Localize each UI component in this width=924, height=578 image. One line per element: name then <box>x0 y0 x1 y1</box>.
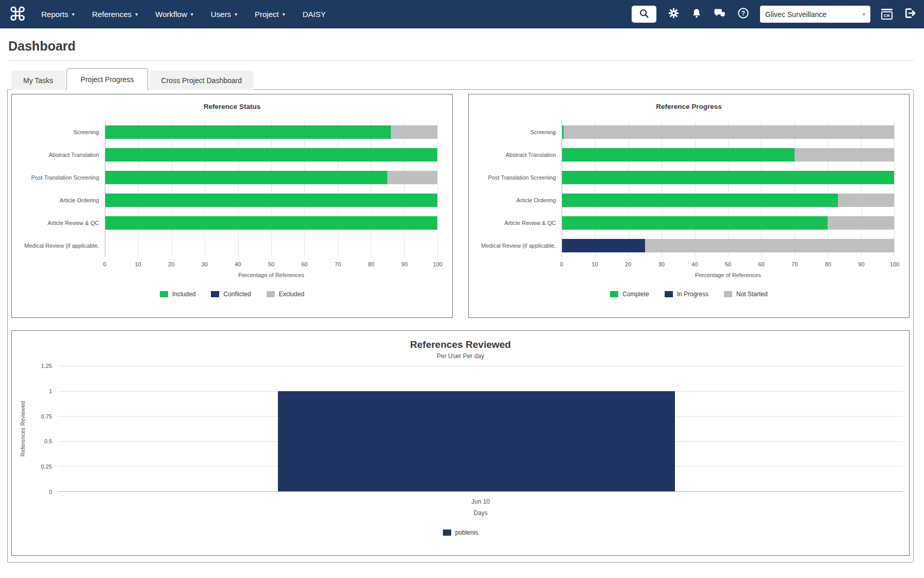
legend-item-in-progress[interactable]: In Progress <box>665 291 708 298</box>
bar-segment-included[interactable] <box>105 171 387 184</box>
bar-segment-excluded[interactable] <box>391 125 437 139</box>
bar-segment-complete[interactable] <box>562 148 795 162</box>
hbar-grid: ScreeningAbstract TranslationPost Transl… <box>473 121 895 257</box>
x-tick-label: 100 <box>433 261 442 267</box>
settings-button[interactable] <box>667 8 680 21</box>
references-reviewed-chart-card: References Reviewed Per User Per day Ref… <box>11 330 910 556</box>
menu-item-label: Reports <box>41 10 69 19</box>
x-axis-row: 0102030405060708090100 <box>16 257 438 269</box>
bar-row <box>562 143 894 166</box>
tab-project-progress[interactable]: Project Progress <box>67 68 147 90</box>
bar-segment-complete[interactable] <box>562 171 894 184</box>
app-logo-icon[interactable]: ⌘ <box>8 5 27 24</box>
x-tick-label: 50 <box>268 261 274 267</box>
menu-item-references[interactable]: References▾ <box>92 10 138 19</box>
tab-content-panel: Reference Status ScreeningAbstract Trans… <box>7 89 914 563</box>
project-selector-value: Glivec Surveillance <box>765 10 827 19</box>
legend-label: In Progress <box>677 291 708 298</box>
legend-swatch <box>160 291 168 297</box>
notifications-button[interactable] <box>690 8 703 21</box>
bar-row <box>105 166 437 189</box>
menu-item-daisy[interactable]: DAISY <box>303 10 326 19</box>
hbar-grid: ScreeningAbstract TranslationPost Transl… <box>16 121 438 257</box>
bar-row <box>105 121 437 143</box>
category-label: Medical Review (if applicable, <box>473 234 562 257</box>
bar-segment-not-started[interactable] <box>645 239 894 252</box>
legend-label: Excluded <box>279 291 304 298</box>
category-label: Screening <box>473 121 562 143</box>
bar-row <box>562 189 894 212</box>
x-tick-label: Jun 10 <box>58 494 903 505</box>
bar-segment-included[interactable] <box>105 194 437 207</box>
navbar-right: ? Glivec Surveillance ▾ CR <box>632 6 916 23</box>
bar-segment-in-progress[interactable] <box>562 239 645 252</box>
legend-item-complete[interactable]: Complete <box>610 291 649 298</box>
tab-my-tasks[interactable]: My Tasks <box>11 71 65 90</box>
search-button[interactable] <box>632 6 656 23</box>
x-axis-title: Days <box>58 507 903 517</box>
gear-icon <box>668 7 680 21</box>
chevron-down-icon: ▾ <box>235 11 237 17</box>
help-button[interactable]: ? <box>737 8 749 21</box>
bar-row <box>562 121 894 143</box>
x-axis-title-row: Percentage of References <box>16 269 438 278</box>
menu-item-reports[interactable]: Reports▾ <box>41 10 75 19</box>
legend-item-excluded[interactable]: Excluded <box>267 291 304 298</box>
chart-subtitle: Per User Per day <box>12 352 909 360</box>
stacked-bar <box>562 194 894 207</box>
vbar-grid: References Reviewed00.250.50.7511.25 <box>16 366 903 492</box>
menu-item-workflow[interactable]: Workflow▾ <box>155 10 193 19</box>
help-icon: ? <box>737 7 749 21</box>
y-tick-label: 0.5 <box>44 438 52 444</box>
project-selector[interactable]: Glivec Surveillance ▾ <box>760 6 870 23</box>
y-tick-label: 0.75 <box>41 413 52 420</box>
stacked-bar <box>562 125 894 139</box>
chart-title: Reference Progress <box>469 103 909 110</box>
bar-segment-included[interactable] <box>105 125 391 139</box>
legend-label: Included <box>172 291 195 298</box>
bar-segment-excluded[interactable] <box>387 171 437 184</box>
stacked-bar <box>105 194 437 207</box>
bar-segment-not-started[interactable] <box>828 216 894 230</box>
bar-row <box>105 143 437 166</box>
legend-item-conflicted[interactable]: Conflicted <box>211 291 251 298</box>
x-axis: 0102030405060708090100 <box>562 261 895 269</box>
menu-item-users[interactable]: Users▾ <box>211 10 237 19</box>
legend-item-included[interactable]: Included <box>160 291 195 298</box>
logout-button[interactable] <box>903 8 916 21</box>
menu-item-project[interactable]: Project▾ <box>255 10 285 19</box>
legend-label: Conflicted <box>223 291 251 298</box>
legend-item-poblenis[interactable]: poblenis <box>443 529 478 536</box>
reference-status-chart: ScreeningAbstract TranslationPost Transl… <box>12 121 452 298</box>
x-tick-label: 100 <box>890 261 899 267</box>
category-label: Post Translation Screening <box>16 166 105 189</box>
y-tick-label: 0.25 <box>41 463 52 470</box>
dashboard-page: Dashboard My TasksProject ProgressCross … <box>0 39 924 563</box>
messages-button[interactable] <box>714 8 726 21</box>
chat-icon <box>714 7 726 22</box>
bar-poblenis[interactable] <box>278 391 675 491</box>
category-label: Medical Review (if applicable, <box>16 234 105 257</box>
page-title: Dashboard <box>8 39 914 54</box>
bar-segment-not-started[interactable] <box>564 125 894 139</box>
bar-segment-included[interactable] <box>105 216 437 230</box>
bell-icon <box>691 8 702 21</box>
bar-row <box>105 189 437 212</box>
bar-segment-complete[interactable] <box>562 194 838 207</box>
legend-item-not-started[interactable]: Not Started <box>724 291 768 298</box>
bar-segment-not-started[interactable] <box>838 194 894 207</box>
x-tick-label: 50 <box>725 261 731 267</box>
x-tick-label: 90 <box>401 261 407 267</box>
x-tick-label: 40 <box>691 261 698 267</box>
x-tick-label: 40 <box>235 261 241 267</box>
x-axis: 0102030405060708090100 <box>105 261 438 269</box>
bar-segment-complete[interactable] <box>562 216 828 230</box>
menu-item-label: Project <box>255 10 279 19</box>
bar-segment-not-started[interactable] <box>795 148 894 162</box>
tab-cross-project-dashboard[interactable]: Cross Project Dashboard <box>150 71 254 90</box>
x-axis-row: 0102030405060708090100 <box>473 257 895 269</box>
stacked-bar <box>562 239 894 252</box>
legend-swatch <box>610 291 618 297</box>
bar-segment-included[interactable] <box>105 148 437 162</box>
curator-cr-button[interactable]: CR <box>881 9 893 20</box>
